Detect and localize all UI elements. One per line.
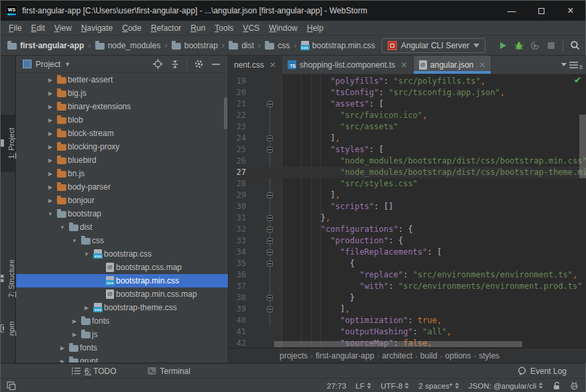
gear-icon[interactable] bbox=[190, 57, 207, 72]
toolbar-breadcrumb[interactable]: dist bbox=[229, 41, 254, 50]
toolbar-breadcrumb[interactable]: bootstrap bbox=[172, 41, 218, 50]
tree-item[interactable]: ▶big.js bbox=[16, 86, 228, 100]
tree-item[interactable]: ▼cssbootstrap.css bbox=[16, 247, 228, 261]
json-breadcrumb[interactable]: projects bbox=[277, 351, 310, 361]
tree-down-arrow-icon[interactable]: ▼ bbox=[69, 238, 80, 244]
todo-tool-button[interactable]: 6: TODO bbox=[72, 367, 117, 376]
code-line[interactable]: 39 ], bbox=[229, 304, 586, 315]
tool-window-button-structure[interactable]: 7: Structure bbox=[1, 252, 15, 306]
fold-marker-icon[interactable] bbox=[267, 226, 273, 233]
json-breadcrumb[interactable]: build bbox=[418, 351, 440, 361]
debug-button[interactable] bbox=[511, 38, 527, 53]
code-line[interactable]: 25 "styles": [ bbox=[229, 144, 586, 155]
json-breadcrumb[interactable]: architect bbox=[379, 351, 415, 361]
lock-icon[interactable] bbox=[552, 381, 561, 390]
line-ending-widget[interactable]: LF bbox=[355, 382, 371, 390]
tree-item[interactable]: ▼bootstrap bbox=[16, 207, 228, 220]
fold-marker-icon[interactable] bbox=[267, 295, 273, 301]
code-line[interactable]: 40 "optimization": true, bbox=[229, 315, 586, 326]
indent-widget[interactable]: 2 spaces* bbox=[418, 382, 459, 390]
tree-item[interactable]: ▶bn.js bbox=[16, 167, 228, 180]
code-line[interactable]: 28 "src/styles.css" bbox=[229, 178, 586, 190]
minimize-button[interactable]: — bbox=[497, 1, 526, 21]
tree-item[interactable]: cssbootstrap.min.css bbox=[16, 274, 228, 287]
tree-item[interactable]: ▶binary-extensions bbox=[16, 100, 228, 113]
tree-down-arrow-icon[interactable]: ▼ bbox=[81, 251, 92, 257]
code-line[interactable]: 23 "src/assets" bbox=[229, 121, 586, 133]
tree-item[interactable]: ▶fonts bbox=[16, 341, 228, 354]
file-type-widget[interactable]: JSON: @angular/cli bbox=[469, 382, 543, 390]
menu-item-help[interactable]: Help bbox=[302, 22, 329, 34]
code-editor[interactable]: ✔ 19 "polyfills": "src/polyfills.ts",20 … bbox=[229, 74, 586, 348]
run-button[interactable] bbox=[495, 38, 511, 53]
menu-item-file[interactable]: File bbox=[4, 22, 26, 34]
tree-right-arrow-icon[interactable]: ▶ bbox=[69, 318, 80, 324]
tree-right-arrow-icon[interactable]: ▶ bbox=[45, 198, 56, 204]
json-breadcrumb[interactable]: styles bbox=[476, 351, 502, 361]
close-button[interactable]: × bbox=[556, 1, 585, 21]
tree-item[interactable]: ▼dist bbox=[16, 220, 228, 234]
tree-item[interactable]: @bootstrap.min.css.map bbox=[16, 287, 228, 301]
run-with-coverage-button[interactable] bbox=[527, 38, 543, 53]
code-line[interactable]: 19 "polyfills": "src/polyfills.ts", bbox=[229, 76, 586, 87]
menu-item-code[interactable]: Code bbox=[117, 22, 146, 34]
code-line[interactable]: 33 "production": { bbox=[229, 235, 586, 247]
code-line[interactable]: 22 "src/favicon.ico", bbox=[229, 110, 586, 121]
tree-right-arrow-icon[interactable]: ▶ bbox=[45, 171, 56, 177]
fold-marker-icon[interactable] bbox=[267, 249, 273, 255]
fold-marker-icon[interactable] bbox=[267, 147, 273, 153]
tree-item[interactable]: ▶block-stream bbox=[16, 127, 228, 140]
fold-marker-icon[interactable] bbox=[267, 306, 273, 312]
tree-item[interactable]: ▶bonjour bbox=[16, 194, 228, 207]
caret-position[interactable]: 27:73 bbox=[327, 382, 347, 390]
encoding-widget[interactable]: UTF-8 bbox=[381, 382, 410, 390]
toolbar-breadcrumb[interactable]: first-angular-app bbox=[7, 41, 84, 50]
tree-item[interactable]: ▶fonts bbox=[16, 314, 228, 328]
editor-vertical-scrollbar[interactable] bbox=[579, 115, 586, 178]
code-line[interactable]: 38 } bbox=[229, 292, 586, 304]
tree-item[interactable]: ▶grunt bbox=[16, 354, 228, 363]
tree-right-arrow-icon[interactable]: ▶ bbox=[57, 358, 68, 363]
json-breadcrumb[interactable]: first-angular-app bbox=[313, 351, 377, 361]
tree-right-arrow-icon[interactable]: ▶ bbox=[45, 77, 56, 83]
close-icon[interactable]: ✕ bbox=[479, 60, 485, 70]
code-line[interactable]: 29 ], bbox=[229, 190, 586, 201]
editor-tab-nent-css[interactable]: nent.css✕ bbox=[229, 56, 282, 74]
json-breadcrumb[interactable]: options bbox=[443, 351, 474, 361]
terminal-tool-button[interactable]: Terminal bbox=[148, 367, 190, 376]
stop-button[interactable] bbox=[543, 38, 559, 53]
tool-window-switcher-icon[interactable] bbox=[3, 379, 19, 392]
tree-right-arrow-icon[interactable]: ▶ bbox=[69, 332, 80, 338]
editor-tab-shopping-list-component-ts[interactable]: TSshopping-list.component.ts✕ bbox=[282, 56, 414, 74]
code-line[interactable]: 34 "fileReplacements": [ bbox=[229, 247, 586, 258]
tool-window-button-npm[interactable]: npm bbox=[1, 308, 15, 349]
fold-marker-icon[interactable] bbox=[267, 135, 273, 141]
tree-right-arrow-icon[interactable]: ▶ bbox=[57, 345, 68, 351]
inspection-profile-icon[interactable] bbox=[570, 381, 579, 390]
tree-item[interactable]: ▶cssbootstrap-theme.css bbox=[16, 301, 228, 314]
tree-right-arrow-icon[interactable]: ▶ bbox=[45, 117, 56, 123]
tree-item[interactable]: ▶better-assert bbox=[16, 73, 228, 86]
fold-marker-icon[interactable] bbox=[267, 192, 273, 198]
code-line[interactable]: 41 "outputHashing": "all", bbox=[229, 326, 586, 338]
code-line[interactable]: 30 "scripts": [] bbox=[229, 201, 586, 212]
maximize-button[interactable] bbox=[526, 1, 556, 21]
toolbar-breadcrumb[interactable]: css bbox=[265, 41, 290, 50]
code-line[interactable]: 31 }, bbox=[229, 212, 586, 224]
code-line[interactable]: 26 "node_modules/bootstrap/dist/css/boot… bbox=[229, 155, 586, 167]
code-line[interactable]: 32 "configurations": { bbox=[229, 224, 586, 235]
event-log-button[interactable]: Event Log bbox=[518, 367, 567, 376]
fold-marker-icon[interactable] bbox=[267, 238, 273, 244]
code-line[interactable]: 35 { bbox=[229, 258, 586, 269]
tree-down-arrow-icon[interactable]: ▼ bbox=[57, 224, 68, 231]
inspections-ok-icon[interactable]: ✔ bbox=[574, 75, 581, 85]
tree-scrollbar[interactable] bbox=[224, 97, 227, 129]
code-line[interactable]: 20 "tsConfig": "src/tsconfig.app.json", bbox=[229, 87, 586, 99]
tree-right-arrow-icon[interactable]: ▶ bbox=[81, 305, 92, 311]
menu-item-vcs[interactable]: VCS bbox=[238, 22, 264, 34]
code-line[interactable]: 24 ], bbox=[229, 133, 586, 144]
code-line[interactable]: 27 "node_modules/bootstrap/dist/css/boot… bbox=[229, 167, 586, 178]
menu-item-view[interactable]: View bbox=[50, 22, 76, 34]
code-line[interactable]: 36 "replace": "src/environments/environm… bbox=[229, 269, 586, 281]
tree-right-arrow-icon[interactable]: ▶ bbox=[45, 184, 56, 190]
